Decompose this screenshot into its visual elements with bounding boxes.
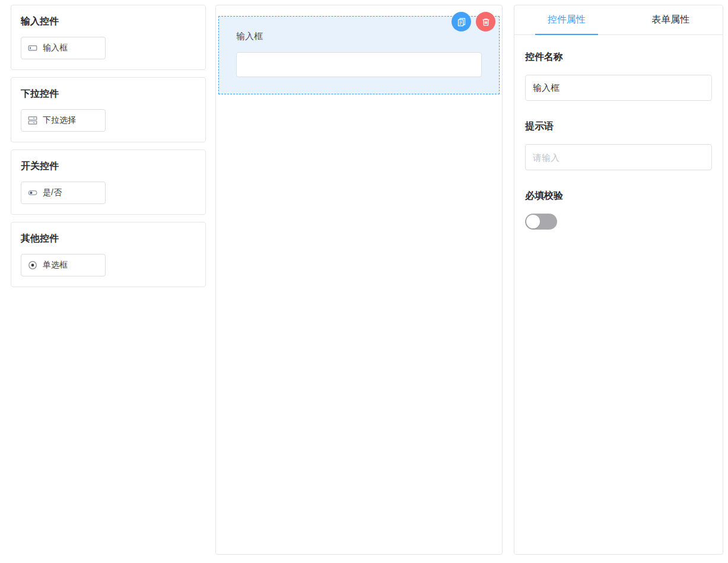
required-toggle[interactable] [525,214,557,230]
properties-tabs: 控件属性 表单属性 [514,5,723,35]
canvas-item-input[interactable] [236,52,482,77]
palette-item-label: 是/否 [43,187,62,198]
palette-group-title: 开关控件 [21,160,196,173]
tab-label: 表单属性 [651,14,689,26]
control-name-input[interactable] [525,75,712,101]
palette-group-input: 输入控件 输入框 [11,5,206,70]
canvas-item-actions [452,12,495,31]
tab-control-properties[interactable]: 控件属性 [514,5,619,34]
toggle-knob [526,215,540,228]
palette-item-input-box[interactable]: 输入框 [21,37,106,59]
form-canvas[interactable]: 输入框 [215,5,503,555]
palette-group-switch: 开关控件 是/否 [11,150,206,215]
tab-label: 控件属性 [548,14,586,26]
radio-icon [28,260,37,270]
required-validation-label: 必填校验 [525,190,712,202]
trash-icon [481,17,491,27]
properties-body: 控件名称 提示语 必填校验 [514,35,723,246]
palette-item-label: 单选框 [43,260,68,271]
control-name-label: 控件名称 [525,51,712,63]
palette-group-title: 下拉控件 [21,88,196,100]
palette-item-label: 输入框 [43,43,68,53]
canvas-item-input-box-selected[interactable]: 输入框 [218,16,500,94]
palette-group-title: 输入控件 [21,15,196,28]
delete-control-button[interactable] [476,12,495,31]
copy-control-button[interactable] [452,12,471,31]
palette-item-radio-box[interactable]: 单选框 [21,254,106,276]
palette-group-other: 其他控件 单选框 [11,222,206,287]
copy-icon [457,17,466,27]
form-builder-app: 输入控件 输入框 下拉控件 下拉选择 开 [0,0,728,563]
switch-icon [28,188,37,198]
canvas-item-label: 输入框 [236,31,482,42]
tab-form-properties[interactable]: 表单属性 [619,5,723,34]
properties-panel: 控件属性 表单属性 控件名称 提示语 必填校验 [514,5,723,555]
palette-group-title: 其他控件 [21,233,196,245]
hint-label: 提示语 [525,120,712,133]
palette-item-dropdown-select[interactable]: 下拉选择 [21,109,106,132]
hint-input[interactable] [525,144,712,170]
palette-item-yes-no[interactable]: 是/否 [21,182,106,204]
control-palette: 输入控件 输入框 下拉控件 下拉选择 开 [11,5,206,294]
dropdown-select-icon [28,116,37,125]
input-box-icon [28,43,37,53]
palette-group-dropdown: 下拉控件 下拉选择 [11,77,206,142]
palette-item-label: 下拉选择 [43,115,76,126]
